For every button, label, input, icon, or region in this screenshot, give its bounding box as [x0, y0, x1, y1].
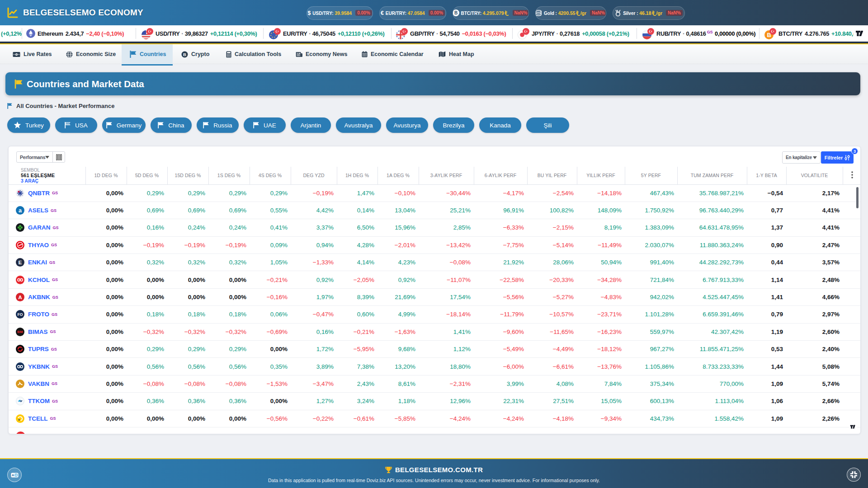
svg-text:FO: FO — [18, 312, 23, 317]
svg-text:A: A — [12, 474, 14, 477]
svg-text:B: B — [183, 52, 186, 57]
svg-text:B: B — [454, 10, 457, 15]
svg-text:a: a — [19, 207, 22, 214]
svg-text:BIM: BIM — [17, 330, 23, 333]
svg-text:E: E — [19, 259, 22, 265]
svg-text:A: A — [18, 294, 22, 300]
